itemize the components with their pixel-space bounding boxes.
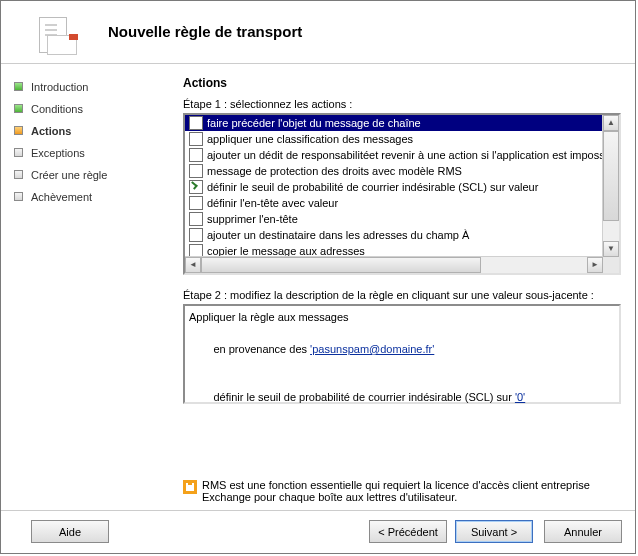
back-button[interactable]: < Précédent bbox=[369, 520, 447, 543]
action-checkbox[interactable] bbox=[189, 164, 203, 178]
step1-label: Étape 1 : sélectionnez les actions : bbox=[183, 98, 627, 110]
scroll-right-button[interactable]: ► bbox=[587, 257, 603, 273]
description-text: en provenance des bbox=[213, 343, 310, 355]
header: Nouvelle règle de transport bbox=[1, 1, 635, 64]
action-list-item[interactable]: ajouter un dédit de responsabilitéet rev… bbox=[185, 147, 603, 163]
action-checkbox[interactable] bbox=[189, 228, 203, 242]
step-indicator-icon bbox=[14, 82, 23, 91]
action-label: message de protection des droits avec mo… bbox=[207, 163, 462, 179]
help-button[interactable]: Aide bbox=[31, 520, 109, 543]
wizard-step[interactable]: Actions bbox=[11, 120, 176, 142]
wizard-steps-sidebar: IntroductionConditionsActionsExceptionsC… bbox=[11, 76, 176, 208]
action-checkbox[interactable] bbox=[189, 180, 203, 194]
step-indicator-icon bbox=[14, 126, 23, 135]
vertical-scrollbar[interactable]: ▲ ▼ bbox=[602, 115, 619, 257]
action-checkbox[interactable] bbox=[189, 132, 203, 146]
description-text: définir le seuil de probabilité de courr… bbox=[213, 391, 514, 403]
step-label: Conditions bbox=[31, 103, 83, 115]
action-label: supprimer l'en-tête bbox=[207, 211, 298, 227]
wizard-step[interactable]: Achèvement bbox=[11, 186, 176, 208]
step-label: Actions bbox=[31, 125, 71, 137]
info-text: RMS est une fonction essentielle qui req… bbox=[202, 479, 623, 503]
action-label: ajouter un destinataire dans les adresse… bbox=[207, 227, 469, 243]
cancel-button[interactable]: Annuler bbox=[544, 520, 622, 543]
rule-description-box[interactable]: Appliquer la règle aux messages en prove… bbox=[183, 304, 621, 404]
action-list-item[interactable]: ajouter un destinataire dans les adresse… bbox=[185, 227, 603, 243]
info-icon bbox=[183, 480, 197, 494]
step-indicator-icon bbox=[14, 170, 23, 179]
action-list-item[interactable]: définir le seuil de probabilité de courr… bbox=[185, 179, 603, 195]
step2-label: Étape 2 : modifiez la description de la … bbox=[183, 289, 627, 301]
step-label: Exceptions bbox=[31, 147, 85, 159]
action-list-item[interactable]: définir l'en-tête avec valeur bbox=[185, 195, 603, 211]
description-line: définir le seuil de probabilité de courr… bbox=[189, 373, 615, 421]
step-label: Créer une règle bbox=[31, 169, 107, 181]
action-list-item[interactable]: supprimer l'en-tête bbox=[185, 211, 603, 227]
actions-listbox[interactable]: faire précéder l'objet du message de cha… bbox=[183, 113, 621, 275]
step-label: Achèvement bbox=[31, 191, 92, 203]
wizard-step[interactable]: Exceptions bbox=[11, 142, 176, 164]
scroll-thumb-vertical[interactable] bbox=[603, 131, 619, 221]
scroll-left-button[interactable]: ◄ bbox=[185, 257, 201, 273]
main-content: Actions Étape 1 : sélectionnez les actio… bbox=[183, 76, 627, 404]
page-title: Nouvelle règle de transport bbox=[108, 23, 302, 40]
wizard-step[interactable]: Introduction bbox=[11, 76, 176, 98]
action-checkbox[interactable] bbox=[189, 212, 203, 226]
step-label: Introduction bbox=[31, 81, 88, 93]
scl-value-link[interactable]: '0' bbox=[515, 391, 525, 403]
action-label: définir l'en-tête avec valeur bbox=[207, 195, 338, 211]
action-list-item[interactable]: appliquer une classification des message… bbox=[185, 131, 603, 147]
scroll-corner bbox=[603, 257, 619, 273]
wizard-window: Nouvelle règle de transport Introduction… bbox=[0, 0, 636, 554]
next-button[interactable]: Suivant > bbox=[455, 520, 533, 543]
action-list-item[interactable]: faire précéder l'objet du message de cha… bbox=[185, 115, 603, 131]
scroll-down-button[interactable]: ▼ bbox=[603, 241, 619, 257]
sender-value-link[interactable]: 'pasunspam@domaine.fr' bbox=[310, 343, 434, 355]
action-checkbox[interactable] bbox=[189, 196, 203, 210]
step-indicator-icon bbox=[14, 104, 23, 113]
action-label: faire précéder l'objet du message de cha… bbox=[207, 115, 421, 131]
action-list-item[interactable]: message de protection des droits avec mo… bbox=[185, 163, 603, 179]
action-label: appliquer une classification des message… bbox=[207, 131, 413, 147]
section-title: Actions bbox=[183, 76, 627, 90]
action-checkbox[interactable] bbox=[189, 116, 203, 130]
step-indicator-icon bbox=[14, 192, 23, 201]
action-label: définir le seuil de probabilité de courr… bbox=[207, 179, 538, 195]
scroll-up-button[interactable]: ▲ bbox=[603, 115, 619, 131]
horizontal-scrollbar[interactable]: ◄ ► bbox=[185, 256, 603, 273]
info-bar: RMS est une fonction essentielle qui req… bbox=[183, 479, 623, 503]
action-checkbox[interactable] bbox=[189, 148, 203, 162]
step-indicator-icon bbox=[14, 148, 23, 157]
description-line: en provenance des 'pasunspam@domaine.fr' bbox=[189, 325, 615, 373]
action-label: copier le message aux adresses bbox=[207, 243, 365, 257]
scroll-thumb-horizontal[interactable] bbox=[201, 257, 481, 273]
wizard-step[interactable]: Conditions bbox=[11, 98, 176, 120]
action-label: ajouter un dédit de responsabilitéet rev… bbox=[207, 147, 603, 163]
action-list-item[interactable]: copier le message aux adresses bbox=[185, 243, 603, 257]
wizard-step[interactable]: Créer une règle bbox=[11, 164, 176, 186]
description-line: Appliquer la règle aux messages bbox=[189, 309, 615, 325]
button-bar: Aide < Précédent Suivant > Annuler bbox=[1, 510, 635, 553]
rule-icon bbox=[39, 17, 76, 54]
